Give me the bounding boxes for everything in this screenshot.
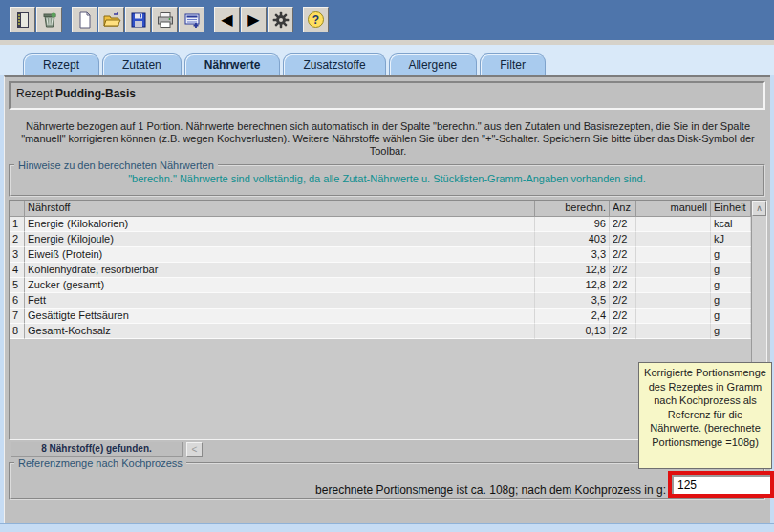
cell-count: 2/2 [610, 324, 636, 339]
tab-filter[interactable]: Filter [480, 53, 546, 75]
cell-rownum: 3 [10, 247, 25, 263]
recipe-name: Pudding-Basis [55, 87, 136, 100]
table-row[interactable]: 8 Gesamt-Kochsalz 0,13 2/2 g [10, 324, 751, 339]
back-button[interactable]: ◀ [214, 7, 240, 32]
intro-text: Nährwerte bezogen auf 1 Portion. Nährwer… [18, 120, 758, 158]
cell-rownum: 8 [10, 324, 25, 339]
cell-nutrient: Energie (Kilokalorien) [25, 217, 535, 232]
help-icon: ? [308, 11, 324, 28]
new-document-icon [75, 11, 95, 30]
recycle-bin-icon [40, 11, 59, 30]
tab-zusatzstoffe[interactable]: Zusatzstoffe [283, 53, 385, 75]
cell-unit: kJ [711, 232, 751, 247]
cell-rownum: 5 [10, 278, 25, 293]
tooltip: Korrigierte Portionsmenge des Rezeptes i… [638, 362, 772, 469]
table-row[interactable]: 2 Energie (Kilojoule) 403 2/2 kJ [10, 232, 751, 247]
save-icon [129, 11, 148, 30]
table-header-row: Nährstoff berechn. Anz manuell Einheit [10, 201, 766, 217]
cell-count: 2/2 [610, 217, 636, 232]
cell-manual [636, 217, 711, 232]
cell-nutrient: Zucker (gesamt) [25, 278, 535, 293]
open-folder-icon [102, 11, 121, 30]
header-count[interactable]: Anz [610, 201, 636, 217]
notebook-button[interactable] [10, 7, 35, 32]
cell-calculated: 0,13 [535, 324, 610, 339]
cell-calculated: 2,4 [535, 309, 610, 324]
header-manual[interactable]: manuell [636, 201, 711, 217]
header-calculated[interactable]: berechn. [535, 201, 610, 217]
cell-unit: g [711, 247, 751, 263]
cell-nutrient: Gesättigte Fettsäuren [25, 309, 535, 324]
tab-zutaten[interactable]: Zutaten [102, 53, 182, 75]
open-folder-button[interactable] [98, 7, 124, 32]
window-bottom-strip [0, 523, 774, 532]
reference-text: berechnete Portionsmenge ist ca. 108g; n… [315, 483, 666, 497]
cell-unit: kcal [711, 217, 751, 232]
cell-unit: g [711, 309, 751, 324]
cell-manual [636, 293, 711, 309]
settings-button[interactable] [268, 7, 293, 32]
save-button[interactable] [125, 7, 151, 32]
header-unit[interactable]: Einheit [711, 201, 751, 217]
scroll-up-icon[interactable]: ∧ [752, 201, 766, 216]
cell-count: 2/2 [610, 293, 636, 309]
table-row[interactable]: 3 Eiweiß (Protein) 3,3 2/2 g [10, 247, 751, 263]
cell-rownum: 7 [10, 309, 25, 324]
status-found-label: 8 Nährstoff(e) gefunden. [11, 442, 183, 457]
red-highlight-annotation [668, 471, 774, 498]
title-banner: ◀ ▶ ? [0, 0, 774, 40]
table-row[interactable]: 6 Fett 3,5 2/2 g [10, 293, 751, 309]
portion-after-cooking-input[interactable] [672, 475, 770, 494]
cell-unit: g [711, 324, 751, 339]
cell-calculated: 96 [535, 217, 610, 232]
cell-nutrient: Fett [25, 293, 535, 309]
cell-count: 2/2 [610, 309, 636, 324]
cell-count: 2/2 [610, 263, 636, 278]
reference-legend: Referenzmenge nach Kochprozess [14, 458, 186, 469]
table-row[interactable]: 7 Gesättigte Fettsäuren 2,4 2/2 g [10, 309, 751, 324]
cell-count: 2/2 [610, 247, 636, 263]
tab-naehrwerte[interactable]: Nährwerte [184, 53, 281, 75]
tab-rezept[interactable]: Rezept [23, 53, 99, 75]
cell-unit: g [711, 278, 751, 293]
cell-manual [636, 232, 711, 247]
cell-rownum: 6 [10, 293, 25, 309]
table-row[interactable]: 1 Energie (Kilokalorien) 96 2/2 kcal [10, 217, 751, 232]
toolbar: ◀ ▶ ? [10, 7, 330, 32]
cell-rownum: 2 [10, 232, 25, 247]
hints-legend: Hinweise zu den berechneten Nährwerten [14, 160, 218, 171]
cell-calculated: 403 [535, 232, 610, 247]
pager-left-button[interactable]: < [186, 442, 203, 457]
header-rownum [10, 201, 25, 217]
cell-count: 2/2 [610, 232, 636, 247]
forward-button[interactable]: ▶ [241, 7, 267, 32]
calculator-add-button[interactable] [179, 7, 204, 32]
back-icon: ◀ [221, 12, 232, 28]
cell-manual [636, 247, 711, 263]
hints-message: "berechn." Nährwerte sind vollständig, d… [11, 173, 763, 184]
tab-allergene[interactable]: Allergene [389, 53, 478, 75]
forward-icon: ▶ [247, 12, 259, 28]
cell-nutrient: Gesamt-Kochsalz [25, 324, 535, 339]
help-button[interactable]: ? [303, 7, 329, 32]
header-nutrient[interactable]: Nährstoff [25, 201, 535, 217]
recipe-label: Rezept [16, 87, 53, 100]
table-row[interactable]: 5 Zucker (gesamt) 12,8 2/2 g [10, 278, 751, 293]
cell-calculated: 12,8 [535, 263, 610, 278]
notebook-icon [13, 11, 32, 30]
print-button[interactable] [152, 7, 178, 32]
recipe-header: RezeptPudding-Basis [9, 81, 765, 110]
table-row[interactable]: 4 Kohlenhydrate, resorbierbar 12,8 2/2 g [10, 263, 751, 278]
cell-rownum: 1 [10, 217, 25, 232]
cell-unit: g [711, 263, 751, 278]
recycle-bin-button[interactable] [36, 7, 62, 32]
cell-nutrient: Eiweiß (Protein) [25, 247, 535, 263]
cell-manual [636, 309, 711, 324]
cell-calculated: 3,5 [535, 293, 610, 309]
cell-manual [636, 278, 711, 293]
print-icon [156, 11, 175, 30]
new-document-button[interactable] [72, 7, 97, 32]
cell-count: 2/2 [610, 278, 636, 293]
hints-groupbox: Hinweise zu den berechneten Nährwerten "… [9, 160, 765, 197]
cell-calculated: 12,8 [535, 278, 610, 293]
